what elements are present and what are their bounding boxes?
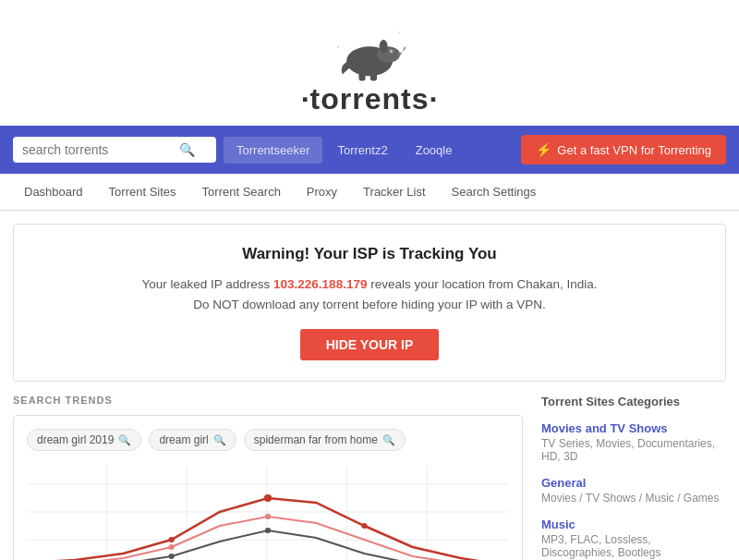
nav-torrent-sites[interactable]: Torrent Sites — [96, 174, 189, 210]
tab-torrentz2[interactable]: Torrentz2 — [324, 137, 400, 164]
header: · · · ·torrents· — [0, 0, 739, 126]
cat-item-2: Music MP3, FLAC, Lossless, Discographies… — [541, 517, 726, 559]
hide-ip-button[interactable]: HIDE YOUR IP — [300, 329, 440, 360]
warning-box: Warning! Your ISP is Tracking You Your l… — [13, 224, 726, 382]
nav-tracker-list[interactable]: Tracker List — [350, 174, 438, 210]
warning-line2: Do NOT download any torrent before hidin… — [193, 298, 545, 311]
svg-point-21 — [361, 523, 367, 529]
main-content: SEARCH TRENDS dream girl 2019 🔍 dream gi… — [0, 395, 739, 560]
svg-text:·: · — [336, 41, 339, 52]
svg-text:·: · — [398, 28, 400, 37]
cat-name-2[interactable]: Music — [541, 517, 726, 531]
search-bar: 🔍 Torrentseeker Torrentz2 Zooqle ⚡ Get a… — [0, 126, 739, 174]
svg-point-25 — [168, 554, 174, 559]
logo-area: · · · ·torrents· — [0, 17, 739, 116]
search-icon: 🔍 — [179, 142, 195, 157]
svg-point-24 — [265, 528, 271, 533]
search-tag-icon-1: 🔍 — [213, 434, 226, 446]
search-tabs: Torrentseeker Torrentz2 Zooqle — [224, 137, 465, 164]
cat-item-1: General Movies / TV Shows / Music / Game… — [541, 476, 726, 505]
search-trends: SEARCH TRENDS dream girl 2019 🔍 dream gi… — [13, 395, 523, 560]
trend-tag-1[interactable]: dream girl 🔍 — [149, 429, 236, 451]
search-input[interactable] — [22, 142, 179, 157]
vpn-button-label: Get a fast VPN for Torrenting — [557, 143, 711, 157]
svg-point-19 — [264, 494, 272, 502]
svg-rect-5 — [358, 71, 365, 81]
svg-point-23 — [168, 544, 174, 550]
svg-point-2 — [380, 40, 388, 53]
trends-chart — [27, 466, 509, 560]
cat-name-0[interactable]: Movies and TV Shows — [541, 421, 726, 435]
search-tag-icon-2: 🔍 — [382, 434, 395, 446]
trend-tag-label-2: spiderman far from home — [254, 433, 378, 446]
cat-name-1[interactable]: General — [541, 476, 726, 490]
trend-tags: dream girl 2019 🔍 dream girl 🔍 spiderman… — [27, 429, 509, 451]
warning-title: Warning! Your ISP is Tracking You — [34, 245, 705, 263]
logo-icon: · · · — [333, 17, 406, 86]
logo-title: ·torrents· — [301, 82, 439, 116]
trend-tag-label-1: dream girl — [159, 433, 208, 446]
nav-search-settings[interactable]: Search Settings — [439, 174, 550, 210]
trend-tag-0[interactable]: dream girl 2019 🔍 — [27, 429, 141, 451]
trends-box: dream girl 2019 🔍 dream girl 🔍 spiderman… — [13, 415, 523, 560]
sidebar-title: Torrent Sites Categories — [541, 395, 726, 408]
nav-dashboard[interactable]: Dashboard — [11, 174, 96, 210]
lightning-icon: ⚡ — [536, 142, 551, 157]
warning-text-after: reveals your location from Chakan, India… — [370, 277, 597, 291]
svg-point-4 — [392, 51, 394, 53]
vpn-button[interactable]: ⚡ Get a fast VPN for Torrenting — [521, 135, 726, 164]
svg-text:·: · — [394, 24, 396, 31]
svg-rect-6 — [370, 71, 377, 81]
tab-torrentseeker[interactable]: Torrentseeker — [224, 137, 322, 164]
sidebar: Torrent Sites Categories Movies and TV S… — [523, 395, 726, 560]
warning-ip: 103.226.188.179 — [273, 277, 367, 291]
trend-tag-label-0: dream girl 2019 — [37, 433, 114, 446]
warning-text: Your leaked IP address 103.226.188.179 r… — [34, 274, 705, 314]
search-input-wrap[interactable]: 🔍 — [13, 137, 216, 163]
chart-area: today — [27, 466, 509, 560]
cat-desc-0: TV Series, Movies, Documentaries, HD, 3D — [541, 437, 726, 463]
trend-tag-2[interactable]: spiderman far from home 🔍 — [244, 429, 406, 451]
cat-desc-1: Movies / TV Shows / Music / Games — [541, 492, 726, 505]
svg-point-22 — [265, 514, 271, 519]
svg-point-20 — [168, 537, 174, 542]
trends-section-title: SEARCH TRENDS — [13, 395, 523, 406]
search-tag-icon-0: 🔍 — [118, 434, 131, 446]
cat-item-0: Movies and TV Shows TV Series, Movies, D… — [541, 421, 726, 463]
nav-proxy[interactable]: Proxy — [294, 174, 350, 210]
cat-desc-2: MP3, FLAC, Lossless, Discographies, Boot… — [541, 533, 726, 559]
warning-text-before: Your leaked IP address — [141, 277, 270, 291]
tab-zooqle[interactable]: Zooqle — [403, 137, 466, 164]
nav-torrent-search[interactable]: Torrent Search — [189, 174, 294, 210]
nav: Dashboard Torrent Sites Torrent Search P… — [0, 174, 739, 211]
